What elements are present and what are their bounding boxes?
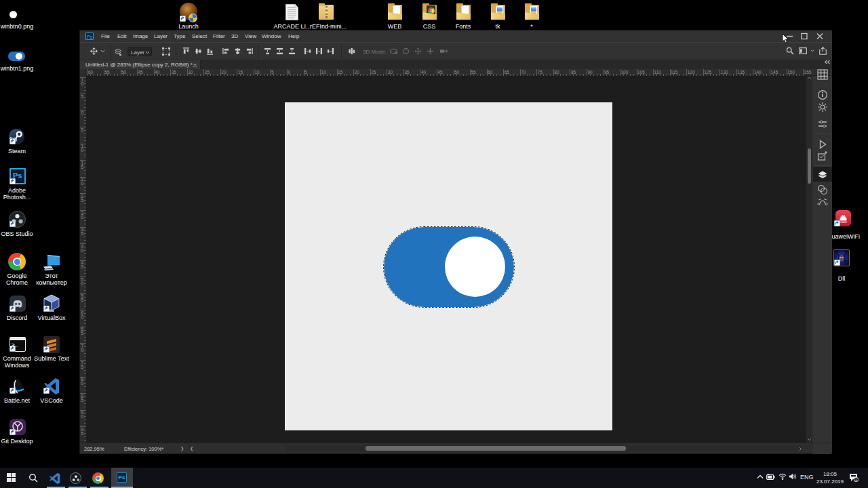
svg-text:HUAWEI: HUAWEI [840, 221, 848, 224]
